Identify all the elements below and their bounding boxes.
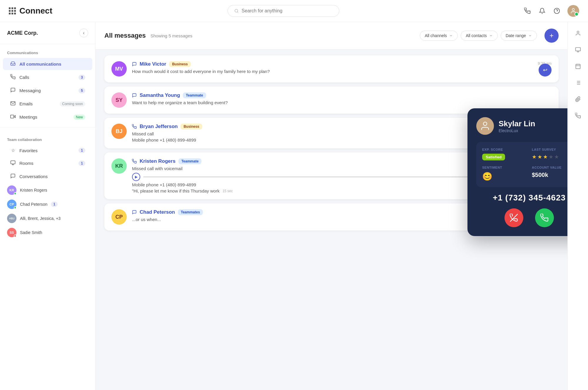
conv-avatar-sadie: SS	[7, 228, 16, 237]
rooms-icon	[10, 160, 16, 166]
top-nav: Connect	[0, 0, 588, 22]
msg-name-mike-victor: Mike Victor	[140, 61, 166, 67]
filter-contacts[interactable]: All contacts	[461, 31, 498, 41]
search-input[interactable]	[242, 8, 333, 14]
sidebar-item-calls[interactable]: Calls 3	[3, 71, 92, 83]
svg-rect-13	[575, 48, 580, 51]
sidebar-item-favorites[interactable]: ☆ Favorites 1	[3, 145, 92, 156]
conv-item-kristen[interactable]: KR Kristen Rogers	[0, 183, 95, 197]
right-icon-list[interactable]	[573, 77, 583, 88]
meetings-label: Meetings	[19, 114, 70, 120]
conv-item-chad[interactable]: CP Chad Peterson 1	[0, 197, 95, 211]
app-title: Connect	[19, 6, 52, 16]
tag-mike-victor: Business	[169, 61, 191, 67]
reply-btn-mike-victor[interactable]: ↩	[539, 64, 552, 77]
exp-score-stat: EXP. SCORE Satisfied	[482, 148, 527, 160]
meetings-badge: New	[74, 114, 85, 120]
account-value: $500k	[532, 172, 567, 178]
search-icon	[234, 9, 239, 13]
status-dot-kristen	[14, 192, 16, 195]
svg-line-1	[237, 12, 238, 13]
messages-list: MV Mike Victor Business How much would i…	[96, 49, 567, 390]
rooms-label: Rooms	[19, 161, 75, 166]
favorites-icon: ☆	[10, 148, 16, 153]
star-2: ★	[537, 154, 542, 160]
calls-label: Calls	[19, 75, 75, 80]
sentiment-stat: SENTIMENT 😊	[482, 166, 527, 181]
sidebar: ACME Corp. ‹ Communications All communic…	[0, 22, 96, 390]
message-card-mike-victor[interactable]: MV Mike Victor Business How much would i…	[104, 55, 559, 82]
sidebar-item-messaging[interactable]: Messaging 5	[3, 84, 92, 97]
conv-item-group[interactable]: ABJ Alli, Brent, Jessica, +3	[0, 211, 95, 225]
messaging-label: Messaging	[19, 88, 75, 93]
right-icon-rooms[interactable]	[573, 44, 583, 55]
conv-avatar-group: ABJ	[7, 214, 16, 223]
messaging-badge: 5	[78, 88, 85, 93]
svg-rect-16	[576, 64, 580, 69]
last-survey-label: LAST SURVEY	[532, 148, 567, 151]
svg-rect-7	[11, 161, 15, 164]
right-icon-calendar[interactable]	[573, 61, 583, 72]
sidebar-item-emails[interactable]: Emails Coming soon	[3, 98, 92, 110]
caller-info: Skylar Lin ElectroLux	[499, 119, 535, 133]
collapse-btn[interactable]: ‹	[79, 29, 88, 37]
caller-company: ElectroLux	[499, 128, 535, 133]
right-icon-contact[interactable]	[573, 28, 583, 39]
team-label: Team collaboration	[0, 131, 95, 144]
tag-samantha-young: Teammate	[183, 92, 206, 98]
sentiment-label: SENTIMENT	[482, 166, 527, 169]
exp-score-value: Satisfied	[482, 154, 505, 160]
msg-name-samantha-young: Samantha Young	[140, 92, 180, 98]
sidebar-item-rooms[interactable]: Rooms 1	[3, 157, 92, 169]
account-value-label: ACCOUNT VALUE	[532, 166, 567, 169]
top-nav-actions	[523, 5, 579, 17]
filter-channels[interactable]: All channels	[420, 31, 458, 41]
svg-point-12	[577, 31, 579, 33]
bell-icon[interactable]	[538, 7, 546, 15]
tag-kristen-rogers: Teammate	[178, 158, 201, 164]
search-bar[interactable]	[228, 5, 339, 17]
avatar-chad-peterson: CP	[111, 209, 127, 225]
msg-name-kristen-rogers: Kristen Rogers	[140, 158, 176, 164]
call-icon-kr	[132, 159, 137, 164]
conv-name-kristen: Kristen Rogers	[20, 188, 47, 192]
right-icon-phone[interactable]	[573, 110, 583, 121]
sidebar-item-all-communications[interactable]: All communications	[3, 58, 92, 70]
caller-phone: +1 (732) 345-4623	[476, 193, 567, 203]
msg-body-mike-victor: Mike Victor Business How much would it c…	[132, 61, 552, 74]
sidebar-item-meetings[interactable]: Meetings New	[3, 111, 92, 123]
right-panel	[567, 22, 588, 390]
star-3: ★	[543, 154, 548, 160]
caller-card-overlay: Skylar Lin ElectroLux EXP. SCORE Satisfi…	[467, 108, 567, 236]
play-btn[interactable]: ▶	[132, 173, 140, 181]
chad-badge: 1	[51, 202, 58, 207]
right-icon-attach[interactable]	[573, 94, 583, 104]
decline-call-btn[interactable]	[505, 208, 523, 227]
filter-date[interactable]: Date range	[501, 31, 537, 41]
avatar-kristen-rogers: KR	[111, 158, 127, 174]
messaging-icon	[10, 87, 16, 94]
accept-call-btn[interactable]	[535, 208, 554, 227]
svg-rect-6	[11, 115, 14, 118]
help-icon[interactable]	[553, 7, 561, 15]
conversations-icon	[10, 173, 16, 180]
conv-name-sadie: Sadie Smith	[20, 230, 42, 235]
favorites-badge: 1	[78, 148, 85, 153]
conv-name-group: Alli, Brent, Jessica, +3	[20, 216, 61, 221]
sidebar-item-conversations[interactable]: Conversations	[3, 170, 92, 182]
svg-point-10	[483, 122, 487, 126]
svg-marker-5	[14, 115, 15, 118]
phone-icon[interactable]	[523, 7, 532, 15]
main-layout: ACME Corp. ‹ Communications All communic…	[0, 22, 588, 390]
caller-stats: EXP. SCORE Satisfied LAST SURVEY ★ ★ ★ ★…	[476, 142, 567, 187]
org-name: ACME Corp.	[7, 30, 38, 36]
logo-area: Connect	[9, 6, 52, 16]
calls-badge: 3	[78, 75, 85, 80]
conv-item-sadie[interactable]: SS Sadie Smith	[0, 225, 95, 240]
showing-label: Showing 5 messages	[151, 33, 193, 38]
communications-label: Communications	[0, 44, 95, 57]
sidebar-divider	[0, 127, 95, 127]
add-button[interactable]: +	[544, 29, 559, 43]
user-avatar[interactable]	[567, 5, 579, 17]
content-header: All messages Showing 5 messages All chan…	[96, 22, 567, 49]
